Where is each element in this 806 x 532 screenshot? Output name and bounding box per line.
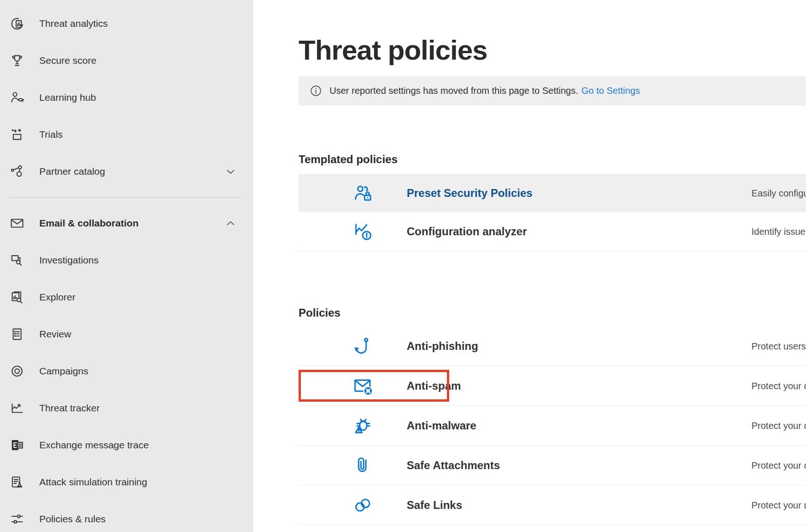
threat-analytics-icon xyxy=(9,16,25,31)
attack-simulation-icon xyxy=(9,474,25,490)
sidebar-item-threat-analytics[interactable]: Threat analytics xyxy=(0,5,253,42)
row-description: Protect your organiz xyxy=(751,460,806,471)
investigations-icon xyxy=(9,252,25,268)
anti-spam-label[interactable]: Anti-spam xyxy=(407,379,461,392)
sidebar-item-label: Review xyxy=(39,329,71,340)
sidebar-item-trials[interactable]: Trials xyxy=(0,116,253,153)
paperclip-icon xyxy=(353,455,373,476)
sidebar-item-policies-rules[interactable]: Policies & rules xyxy=(0,501,253,532)
sidebar-item-review[interactable]: Review xyxy=(0,316,253,353)
info-icon xyxy=(310,85,322,97)
row-description: Protect your users fr xyxy=(751,500,806,510)
exchange-icon xyxy=(9,437,25,453)
security-portal-page: Threat analytics Secure score xyxy=(0,0,806,532)
hook-icon xyxy=(353,336,373,356)
learning-hub-icon xyxy=(9,90,25,105)
sidebar-divider xyxy=(9,197,240,198)
preset-security-policies-link[interactable]: Preset Security Policies xyxy=(407,187,532,200)
row-anti-spam[interactable]: Anti-spam Protect your organiz xyxy=(299,366,806,406)
page-title: Threat policies xyxy=(299,34,487,67)
configuration-analyzer-icon xyxy=(353,221,373,242)
configuration-analyzer-label[interactable]: Configuration analyzer xyxy=(407,225,527,238)
bug-warning-icon xyxy=(353,416,373,436)
sidebar-item-label: Threat analytics xyxy=(39,18,108,29)
sidebar-item-partner-catalog[interactable]: Partner catalog xyxy=(0,153,253,190)
sidebar-nav: Threat analytics Secure score xyxy=(0,0,253,532)
sidebar-item-label: Attack simulation training xyxy=(39,477,147,488)
row-anti-phishing[interactable]: Anti-phishing Protect users from p xyxy=(299,326,806,366)
policies-rules-icon xyxy=(9,511,25,527)
sidebar-section-email-collaboration[interactable]: Email & collaboration xyxy=(0,205,253,242)
chevron-up-icon[interactable] xyxy=(225,217,237,229)
anti-phishing-label[interactable]: Anti-phishing xyxy=(407,340,478,353)
row-configuration-analyzer[interactable]: Configuration analyzer Identify issues i… xyxy=(299,212,806,251)
row-description: Protect your organiz xyxy=(751,420,806,431)
policies-heading: Policies xyxy=(299,306,341,319)
sidebar-item-label: Secure score xyxy=(39,55,97,66)
sidebar-item-learning-hub[interactable]: Learning hub xyxy=(0,79,253,116)
row-description: Identify issues in you xyxy=(751,226,806,237)
sidebar-item-investigations[interactable]: Investigations xyxy=(0,242,253,279)
preset-security-icon xyxy=(353,183,373,203)
templated-policies-heading: Templated policies xyxy=(299,153,397,166)
go-to-settings-link[interactable]: Go to Settings xyxy=(581,86,640,96)
row-description: Protect your organiz xyxy=(751,380,806,391)
trophy-icon xyxy=(9,53,25,68)
sidebar-item-label: Threat tracker xyxy=(39,403,100,414)
partner-catalog-icon xyxy=(9,164,25,179)
threat-tracker-icon xyxy=(9,400,25,416)
row-preset-security-policies[interactable]: Preset Security Policies Easily configur… xyxy=(299,174,806,212)
section-divider xyxy=(299,251,806,251)
sidebar-item-label: Investigations xyxy=(39,255,98,266)
review-icon xyxy=(9,326,25,342)
explorer-icon xyxy=(9,289,25,305)
row-safe-links[interactable]: Safe Links Protect your users fr xyxy=(299,485,806,525)
sidebar-item-exchange-message-trace[interactable]: Exchange message trace xyxy=(0,427,253,464)
campaigns-icon xyxy=(9,363,25,379)
banner-message: User reported settings has moved from th… xyxy=(330,86,578,96)
anti-malware-label[interactable]: Anti-malware xyxy=(407,419,476,432)
chevron-down-icon[interactable] xyxy=(225,165,237,177)
main-content: Threat policies User reported settings h… xyxy=(253,0,806,532)
sidebar-item-secure-score[interactable]: Secure score xyxy=(0,42,253,79)
row-description: Protect users from p xyxy=(751,341,806,351)
sidebar-item-label: Learning hub xyxy=(39,92,96,103)
sidebar-item-explorer[interactable]: Explorer xyxy=(0,279,253,316)
safe-links-label[interactable]: Safe Links xyxy=(407,499,462,512)
trials-icon xyxy=(9,127,25,142)
sidebar-item-threat-tracker[interactable]: Threat tracker xyxy=(0,390,253,427)
sidebar-item-label: Policies & rules xyxy=(39,514,106,525)
mail-icon xyxy=(9,215,25,231)
info-banner: User reported settings has moved from th… xyxy=(299,76,806,105)
sidebar-item-attack-simulation-training[interactable]: Attack simulation training xyxy=(0,464,253,501)
sidebar-item-label: Campaigns xyxy=(39,366,88,377)
sidebar-item-label: Exchange message trace xyxy=(39,440,149,451)
chain-links-icon xyxy=(353,495,373,515)
row-safe-attachments[interactable]: Safe Attachments Protect your organiz xyxy=(299,446,806,485)
row-anti-malware[interactable]: Anti-malware Protect your organiz xyxy=(299,406,806,446)
safe-attachments-label[interactable]: Safe Attachments xyxy=(407,459,500,472)
sidebar-item-label: Trials xyxy=(39,129,63,140)
sidebar-item-label: Explorer xyxy=(39,292,75,303)
sidebar-item-label: Partner catalog xyxy=(39,166,105,177)
sidebar-item-campaigns[interactable]: Campaigns xyxy=(0,353,253,390)
sidebar-section-label: Email & collaboration xyxy=(39,218,139,229)
row-description: Easily configure prot xyxy=(751,188,806,198)
envelope-block-icon xyxy=(353,376,373,396)
